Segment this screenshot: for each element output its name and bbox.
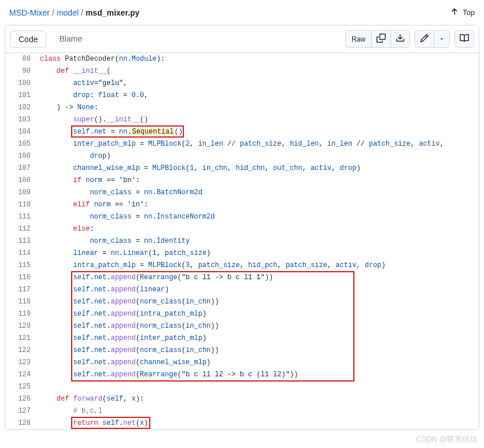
code-line[interactable]: 109 norm_class = nn.BatchNorm2d [5, 187, 479, 199]
line-number[interactable]: 126 [5, 393, 40, 405]
download-button[interactable] [391, 30, 410, 48]
line-number[interactable]: 128 [5, 417, 40, 430]
line-number[interactable]: 101 [5, 90, 40, 102]
code-content: intra_patch_mlp = MLPBlock(3, patch_size… [40, 260, 479, 272]
copy-icon [376, 34, 386, 45]
tab-blame[interactable]: Blame [51, 31, 90, 48]
code-line[interactable]: 117 self.net.append(linear) [5, 284, 479, 296]
code-area[interactable]: 88class PatchDecoder(nn.Module):90 def _… [5, 53, 479, 430]
edit-button-group [415, 30, 450, 48]
line-number[interactable]: 111 [5, 211, 40, 223]
code-line[interactable]: 100 activ="gelu", [5, 77, 479, 90]
code-line[interactable]: 116 self.net.append(Rearrange("b c l1 ->… [5, 272, 479, 284]
tab-group: Code Blame [10, 31, 90, 48]
line-number[interactable]: 123 [5, 357, 40, 369]
code-line[interactable]: 88class PatchDecoder(nn.Module): [5, 53, 479, 65]
edit-dropdown-button[interactable] [434, 30, 450, 48]
code-line[interactable]: 102 ) -> None: [5, 102, 479, 114]
code-line[interactable]: 120 self.net.append(norm_class(in_chn)) [5, 320, 479, 332]
code-content: def forward(self, x): [40, 393, 479, 405]
line-number[interactable]: 124 [5, 369, 40, 381]
line-number[interactable]: 107 [5, 162, 40, 175]
line-number[interactable]: 108 [5, 175, 40, 187]
symbols-button[interactable] [455, 30, 474, 48]
code-line[interactable]: 123 self.net.append(channel_wise_mlp) [5, 357, 479, 369]
code-line[interactable]: 128 return self.net(x) [5, 417, 479, 430]
code-content: drop) [40, 150, 479, 162]
code-line[interactable]: 104 self.net = nn.Sequential() [5, 126, 479, 138]
line-number[interactable]: 102 [5, 102, 40, 114]
raw-button[interactable]: Raw [345, 30, 372, 48]
code-line[interactable]: 119 self.net.append(intra_patch_mlp) [5, 308, 479, 320]
code-content: norm_class = nn.Identity [40, 235, 479, 247]
code-line[interactable]: 124 self.net.append(Rearrange("b c l1 l2… [5, 369, 479, 381]
breadcrumb-repo-link[interactable]: MSD-Mixer [9, 8, 50, 17]
code-content: else: [40, 223, 479, 235]
code-content: self.net.append(norm_class(in_chn)) [40, 345, 479, 357]
tab-code[interactable]: Code [10, 31, 46, 48]
code-line[interactable]: 115 intra_patch_mlp = MLPBlock(3, patch_… [5, 260, 479, 272]
line-number[interactable]: 109 [5, 187, 40, 199]
code-content: # b,c,l [40, 405, 479, 417]
line-number[interactable]: 90 [5, 65, 40, 77]
line-number[interactable]: 119 [5, 308, 40, 320]
code-content: self.net.append(linear) [40, 284, 479, 296]
line-number[interactable]: 103 [5, 114, 40, 126]
triangle-down-icon [439, 35, 445, 43]
code-content: channel_wise_mlp = MLPBlock(1, in_chn, h… [40, 162, 479, 175]
line-number[interactable]: 88 [5, 53, 40, 65]
code-line[interactable]: 127 # b,c,l [5, 405, 479, 417]
code-line[interactable]: 126 def forward(self, x): [5, 393, 479, 405]
code-content: self.net.append(norm_class(in_chn)) [40, 320, 479, 332]
code-line[interactable]: 105 inter_patch_mlp = MLPBlock(2, in_len… [5, 138, 479, 150]
line-number[interactable]: 117 [5, 284, 40, 296]
top-label: Top [463, 8, 475, 17]
code-line[interactable]: 113 norm_class = nn.Identity [5, 235, 479, 247]
code-line[interactable]: 111 norm_class = nn.InstanceNorm2d [5, 211, 479, 223]
code-line[interactable]: 108 if norm == 'bn': [5, 175, 479, 187]
line-number[interactable]: 127 [5, 405, 40, 417]
line-number[interactable]: 106 [5, 150, 40, 162]
line-number[interactable]: 113 [5, 235, 40, 247]
line-number[interactable]: 121 [5, 332, 40, 345]
breadcrumb-folder-link[interactable]: model [57, 8, 79, 17]
line-number[interactable]: 120 [5, 320, 40, 332]
breadcrumb: MSD-Mixer / model / msd_mixer.py Top [0, 0, 484, 23]
download-icon [396, 34, 405, 45]
code-line[interactable]: 107 channel_wise_mlp = MLPBlock(1, in_ch… [5, 162, 479, 175]
line-number[interactable]: 114 [5, 247, 40, 260]
code-content: norm_class = nn.InstanceNorm2d [40, 211, 479, 223]
code-content: activ="gelu", [40, 77, 479, 90]
code-content: ) -> None: [40, 102, 479, 114]
code-content: self.net.append(inter_patch_mlp) [40, 332, 479, 345]
line-number[interactable]: 122 [5, 345, 40, 357]
copy-button[interactable] [372, 30, 391, 48]
line-number[interactable]: 118 [5, 296, 40, 308]
code-toolbar: Code Blame Raw [5, 25, 479, 53]
code-line[interactable]: 101 drop: float = 0.0, [5, 90, 479, 102]
code-line[interactable]: 118 self.net.append(norm_class(in_chn)) [5, 296, 479, 308]
line-number[interactable]: 110 [5, 199, 40, 211]
code-line[interactable]: 112 else: [5, 223, 479, 235]
code-line[interactable]: 110 elif norm == 'in': [5, 199, 479, 211]
code-content: self.net.append(Rearrange("b c l1 l2 -> … [40, 369, 479, 381]
code-line[interactable]: 106 drop) [5, 150, 479, 162]
line-number[interactable]: 105 [5, 138, 40, 150]
code-line[interactable]: 121 self.net.append(inter_patch_mlp) [5, 332, 479, 345]
line-number[interactable]: 116 [5, 272, 40, 284]
code-line[interactable]: 114 linear = nn.Linear(1, patch_size) [5, 247, 479, 260]
breadcrumb-file: msd_mixer.py [86, 8, 139, 17]
code-line[interactable]: 103 super().__init__() [5, 114, 479, 126]
code-line[interactable]: 90 def __init__( [5, 65, 479, 77]
edit-button[interactable] [415, 30, 434, 48]
code-line[interactable]: 125 [5, 381, 479, 393]
line-number[interactable]: 112 [5, 223, 40, 235]
symbols-icon [460, 34, 469, 45]
code-content: elif norm == 'in': [40, 199, 479, 211]
line-number[interactable]: 115 [5, 260, 40, 272]
top-link[interactable]: Top [450, 7, 475, 18]
code-line[interactable]: 122 self.net.append(norm_class(in_chn)) [5, 345, 479, 357]
line-number[interactable]: 100 [5, 77, 40, 90]
line-number[interactable]: 125 [5, 381, 40, 393]
line-number[interactable]: 104 [5, 126, 40, 138]
